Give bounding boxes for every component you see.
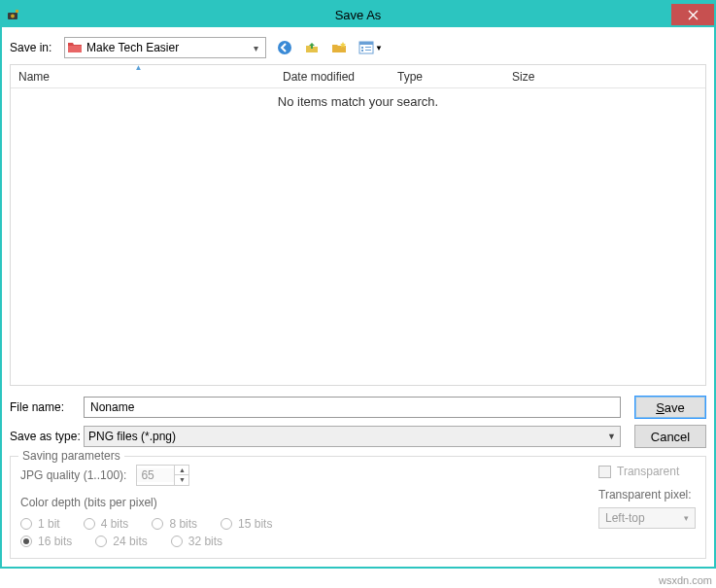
radio-icon <box>152 518 163 530</box>
form-area: File name: Save Save as type: PNG files … <box>10 396 706 448</box>
svg-rect-8 <box>361 50 363 52</box>
checkbox-icon <box>598 466 611 478</box>
save-in-combo[interactable]: Make Tech Easier ▾ <box>64 37 266 58</box>
col-name[interactable]: Name ▲ <box>11 65 275 87</box>
radio-32-bits[interactable]: 32 bits <box>171 535 222 548</box>
file-type-value: PNG files (*.png) <box>88 430 607 443</box>
color-depth-radios: 1 bit4 bits8 bits15 bits16 bits24 bits32… <box>20 517 302 548</box>
empty-message: No items match your search. <box>278 94 438 109</box>
save-as-window: Save As Save in: Make Tech Easier ▾ <box>0 0 716 569</box>
transparent-pixel-value: Left-top <box>605 511 684 525</box>
save-in-value: Make Tech Easier <box>86 41 248 54</box>
radio-label: 15 bits <box>238 517 272 531</box>
save-button[interactable]: Save <box>634 396 706 419</box>
spin-down-icon[interactable]: ▼ <box>175 475 188 485</box>
radio-label: 4 bits <box>101 517 129 531</box>
col-size[interactable]: Size <box>504 65 582 87</box>
nav-toolbar: ▼ <box>274 37 386 58</box>
radio-label: 24 bits <box>113 535 147 548</box>
file-type-combo[interactable]: PNG files (*.png) ▼ <box>84 426 621 447</box>
chevron-down-icon: ▼ <box>375 44 383 52</box>
radio-label: 32 bits <box>188 535 222 548</box>
views-button[interactable]: ▼ <box>356 37 386 58</box>
group-legend: Saving parameters <box>18 449 124 463</box>
col-spacer <box>582 65 705 87</box>
svg-rect-10 <box>365 50 371 51</box>
file-name-label: File name: <box>10 400 84 414</box>
color-depth-label: Color depth (bits per pixel) <box>20 496 560 509</box>
file-list-body: No items match your search. <box>11 88 705 385</box>
radio-icon <box>221 518 232 530</box>
up-one-level-button[interactable] <box>301 37 323 58</box>
chevron-down-icon: ▾ <box>248 43 263 53</box>
title-bar: Save As <box>2 2 714 27</box>
saving-parameters-group: Saving parameters JPG quality (1..100): … <box>10 456 706 559</box>
column-headers: Name ▲ Date modified Type Size <box>11 65 705 88</box>
chevron-down-icon: ▾ <box>684 513 689 523</box>
radio-icon <box>20 536 32 547</box>
col-type[interactable]: Type <box>390 65 504 87</box>
jpg-quality-input[interactable] <box>137 468 174 482</box>
transparent-checkbox[interactable]: Transparent <box>598 465 696 478</box>
radio-icon <box>171 536 183 547</box>
col-date[interactable]: Date modified <box>275 65 390 87</box>
transparent-label: Transparent <box>617 465 679 478</box>
radio-icon <box>84 518 95 530</box>
save-in-label: Save in: <box>10 41 64 54</box>
svg-rect-9 <box>365 47 371 48</box>
client-area: Save in: Make Tech Easier ▾ <box>2 27 714 567</box>
save-in-row: Save in: Make Tech Easier ▾ <box>10 37 706 58</box>
folder-icon <box>67 40 83 55</box>
radio-label: 16 bits <box>38 535 72 548</box>
radio-24-bits[interactable]: 24 bits <box>95 535 147 548</box>
sort-asc-icon: ▲ <box>135 64 143 72</box>
svg-rect-6 <box>359 42 373 45</box>
radio-icon <box>95 536 107 547</box>
chevron-down-icon: ▼ <box>607 432 616 441</box>
radio-1-bit[interactable]: 1 bit <box>20 517 60 531</box>
jpg-quality-label: JPG quality (1..100): <box>20 468 126 482</box>
cancel-button[interactable]: Cancel <box>634 425 706 448</box>
file-name-input[interactable] <box>84 397 621 418</box>
radio-15-bits[interactable]: 15 bits <box>221 517 272 531</box>
file-type-label: Save as type: <box>10 430 84 443</box>
watermark: wsxdn.com <box>659 574 712 586</box>
radio-label: 1 bit <box>38 517 60 531</box>
svg-rect-3 <box>68 46 82 52</box>
radio-label: 8 bits <box>169 517 197 531</box>
window-title: Save As <box>2 8 714 22</box>
radio-8-bits[interactable]: 8 bits <box>152 517 197 531</box>
file-list[interactable]: Name ▲ Date modified Type Size No items … <box>10 64 706 386</box>
svg-rect-7 <box>361 47 363 49</box>
radio-4-bits[interactable]: 4 bits <box>84 517 129 531</box>
transparent-pixel-combo[interactable]: Left-top ▾ <box>598 507 696 529</box>
jpg-quality-spinner[interactable]: ▲ ▼ <box>136 465 189 486</box>
back-button[interactable] <box>274 37 295 58</box>
radio-16-bits[interactable]: 16 bits <box>20 535 72 548</box>
transparent-pixel-label: Transparent pixel: <box>598 488 696 502</box>
svg-point-4 <box>278 41 291 54</box>
spin-up-icon[interactable]: ▲ <box>175 466 188 475</box>
radio-icon <box>20 518 32 530</box>
new-folder-button[interactable] <box>328 37 350 58</box>
